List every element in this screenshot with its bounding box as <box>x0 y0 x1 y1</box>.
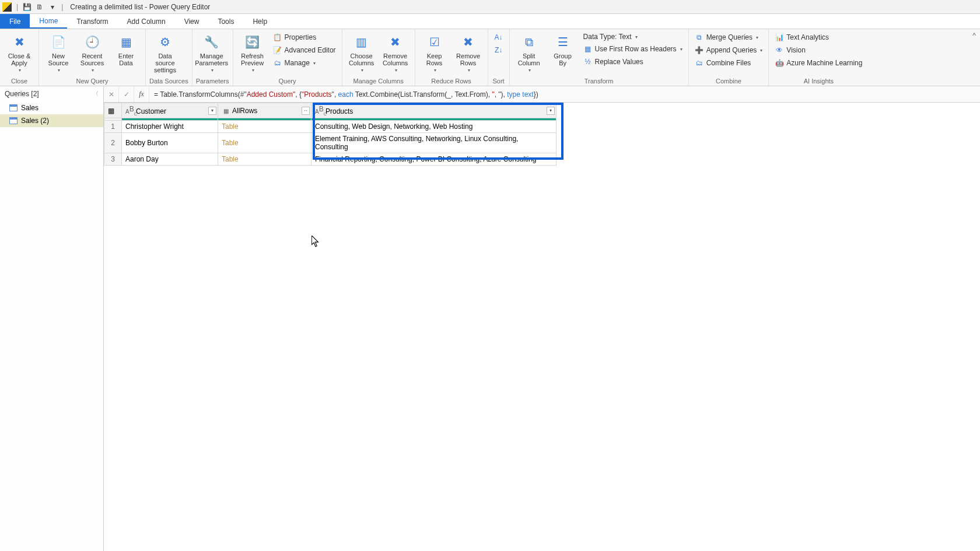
formula-keyword: text <box>522 90 533 99</box>
query-item-label: Sales <box>21 104 38 112</box>
tab-transform[interactable]: Transform <box>67 14 117 29</box>
cell-customer[interactable]: Bobby Burton <box>122 133 218 153</box>
enter-data-label: Enter Data <box>118 52 134 66</box>
sort-asc-button[interactable]: A↓ <box>492 31 506 43</box>
tab-tools[interactable]: Tools <box>208 14 243 29</box>
vision-button[interactable]: 👁Vision <box>772 44 864 56</box>
tab-view[interactable]: View <box>175 14 209 29</box>
cell-customer[interactable]: Aaron Day <box>122 153 218 166</box>
advanced-editor-label: Advanced Editor <box>285 46 336 54</box>
group-managecols-caption: Manage Columns <box>346 76 411 85</box>
cell-products[interactable]: Element Training, AWS Consulting, Networ… <box>312 133 556 153</box>
accept-formula-button[interactable]: ✓ <box>119 87 134 102</box>
column-header-products[interactable]: ABCProducts▾ <box>312 103 556 118</box>
advanced-editor-button[interactable]: 📝Advanced Editor <box>271 44 338 56</box>
use-first-row-button[interactable]: ▦Use First Row as Headers <box>581 43 685 55</box>
undo-icon[interactable]: 🗎 <box>34 2 45 12</box>
data-type-button[interactable]: Data Type: Text <box>581 31 685 42</box>
grid-table: ▦ ABCCustomer▾ ▦AllRows↔ ABCProducts▾ 1 … <box>104 103 556 166</box>
rownum-header[interactable]: ▦ <box>104 103 122 118</box>
cell-customer[interactable]: Christopher Wright <box>122 121 218 133</box>
queries-header[interactable]: Queries [2] 〈 <box>0 86 103 101</box>
data-source-settings-button[interactable]: ⚙Data source settings <box>149 31 181 75</box>
properties-button[interactable]: 📋Properties <box>271 31 338 43</box>
column-header-label: Customer <box>136 107 166 115</box>
collapse-pane-icon[interactable]: 〈 <box>93 90 99 98</box>
tab-help[interactable]: Help <box>243 14 276 29</box>
table-icon <box>9 117 18 124</box>
data-source-settings-label: Data source settings <box>150 52 180 73</box>
table-row[interactable]: 3 Aaron Day Table Financial Reporting, C… <box>104 153 556 166</box>
data-grid[interactable]: ▦ ABCCustomer▾ ▦AllRows↔ ABCProducts▾ 1 … <box>104 103 980 551</box>
choose-columns-button[interactable]: ▥Choose Columns <box>346 31 377 74</box>
combine-files-icon: 🗂 <box>695 58 704 68</box>
remove-rows-icon: ✖ <box>459 33 478 51</box>
filter-dropdown-icon[interactable]: ▾ <box>547 107 555 115</box>
remove-columns-icon: ✖ <box>386 33 405 51</box>
cell-products[interactable]: Consulting, Web Design, Networking, Web … <box>312 121 556 133</box>
formula-text: = Table.TransformColumns(# <box>154 90 244 99</box>
keep-rows-button[interactable]: ☑Keep Rows <box>419 31 450 74</box>
close-apply-button[interactable]: ✖ Close & Apply <box>4 31 35 74</box>
manage-parameters-button[interactable]: 🔧Manage Parameters <box>196 31 228 74</box>
merge-queries-button[interactable]: ⧉Merge Queries <box>692 31 765 43</box>
replace-values-button[interactable]: ½Replace Values <box>581 56 685 68</box>
append-icon: ➕ <box>695 45 704 55</box>
cell-allrows[interactable]: Table <box>218 153 312 166</box>
tab-file[interactable]: File <box>0 14 30 29</box>
column-header-label: Products <box>326 107 353 115</box>
group-transform: ⧉Split Column ☰Group By Data Type: Text … <box>510 29 689 86</box>
query-item-sales-2[interactable]: Sales (2) <box>0 114 103 127</box>
remove-rows-button[interactable]: ✖Remove Rows <box>453 31 484 74</box>
merge-queries-label: Merge Queries <box>706 33 752 41</box>
collapse-ribbon-button[interactable]: ^ <box>968 29 980 86</box>
formula-input[interactable]: = Table.TransformColumns(#"Added Custom"… <box>149 90 980 99</box>
group-sort-caption: Sort <box>492 76 506 85</box>
new-source-button[interactable]: 📄New Source <box>43 31 74 74</box>
query-item-sales[interactable]: Sales <box>0 101 103 114</box>
enter-data-button[interactable]: ▦Enter Data <box>110 31 142 68</box>
cell-allrows[interactable]: Table <box>218 133 312 153</box>
formula-text: , <box>334 90 338 99</box>
tab-home[interactable]: Home <box>30 14 67 29</box>
split-column-label: Split Column <box>518 52 540 66</box>
group-by-button[interactable]: ☰Group By <box>547 31 579 68</box>
column-header-allrows[interactable]: ▦AllRows↔ <box>218 103 312 118</box>
remove-columns-label: Remove Columns <box>383 52 408 66</box>
append-queries-button[interactable]: ➕Append Queries <box>692 44 765 56</box>
sort-asc-icon: A↓ <box>494 33 503 42</box>
recent-sources-button[interactable]: 🕘Recent Sources <box>76 31 108 74</box>
save-icon[interactable]: 💾 <box>22 2 32 12</box>
sort-desc-button[interactable]: Z↓ <box>492 44 506 56</box>
table-row[interactable]: 1 Christopher Wright Table Consulting, W… <box>104 121 556 133</box>
combine-files-label: Combine Files <box>706 59 751 67</box>
app-icon <box>2 2 12 12</box>
remove-columns-button[interactable]: ✖Remove Columns <box>380 31 411 74</box>
table-icon <box>9 104 18 111</box>
qat-dropdown[interactable]: ▾ <box>47 2 58 12</box>
text-analytics-button[interactable]: 📊Text Analytics <box>772 31 864 43</box>
fx-icon: fx <box>139 90 144 99</box>
table-row[interactable]: 2 Bobby Burton Table Element Training, A… <box>104 133 556 153</box>
fx-button[interactable]: fx <box>134 87 149 102</box>
choose-columns-icon: ▥ <box>352 33 371 51</box>
combine-files-button[interactable]: 🗂Combine Files <box>692 57 765 69</box>
group-close-caption: Close <box>4 76 35 85</box>
split-column-button[interactable]: ⧉Split Column <box>513 31 545 74</box>
header-row: ▦ ABCCustomer▾ ▦AllRows↔ ABCProducts▾ <box>104 103 556 118</box>
azure-ml-button[interactable]: 🤖Azure Machine Learning <box>772 57 864 69</box>
append-queries-label: Append Queries <box>706 46 757 54</box>
expand-icon[interactable]: ↔ <box>302 107 310 115</box>
refresh-preview-button[interactable]: 🔄Refresh Preview <box>237 31 268 74</box>
cell-products[interactable]: Financial Reporting, Consulting, Power B… <box>312 153 556 166</box>
tab-add-column[interactable]: Add Column <box>118 14 175 29</box>
manage-button[interactable]: 🗂Manage <box>271 57 338 69</box>
cell-allrows[interactable]: Table <box>218 121 312 133</box>
separator: | <box>16 3 18 11</box>
recent-sources-icon: 🕘 <box>83 33 102 51</box>
filter-dropdown-icon[interactable]: ▾ <box>208 107 216 115</box>
cancel-formula-button[interactable]: ✕ <box>104 87 119 102</box>
gear-icon: ⚙ <box>156 33 174 51</box>
menu-tabs: File Home Transform Add Column View Tool… <box>0 14 980 29</box>
column-header-customer[interactable]: ABCCustomer▾ <box>122 103 218 118</box>
